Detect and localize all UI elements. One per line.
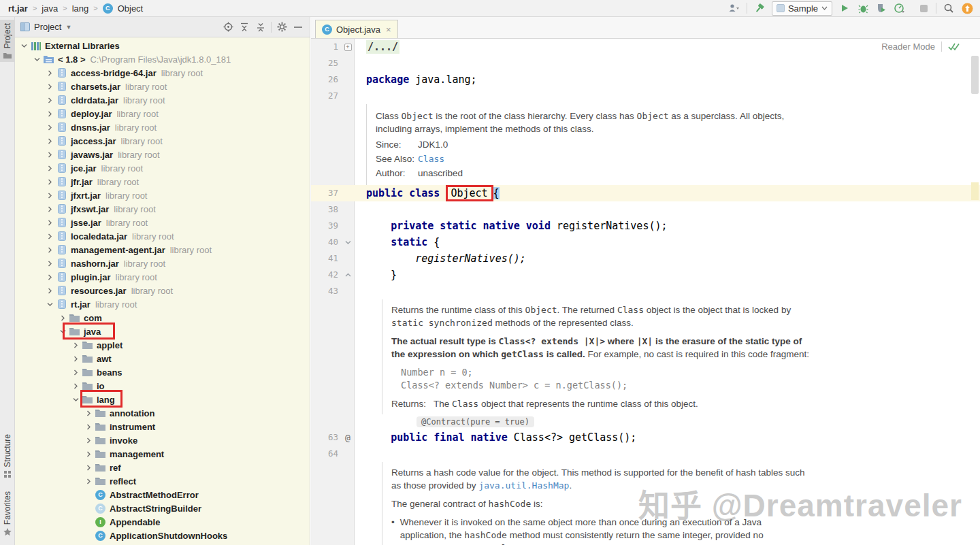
fold-expand-icon[interactable]: + (342, 39, 354, 55)
breadcrumb-item-java[interactable]: java (42, 3, 58, 14)
tree-toggle[interactable] (56, 314, 69, 322)
code-line-63[interactable]: 63@ public final native Class<?> getClas… (311, 429, 980, 446)
doc-link[interactable]: java.util.HashMap (478, 480, 569, 491)
chevron-down-icon[interactable] (59, 328, 67, 335)
tree-item-jce.jar[interactable]: jce.jarlibrary root (15, 161, 310, 175)
tree-item-cldrdata.jar[interactable]: cldrdata.jarlibrary root (15, 93, 310, 107)
search-everywhere-icon[interactable] (943, 2, 955, 14)
tree-item-applet[interactable]: applet (15, 338, 310, 352)
tree-item--1.8-[interactable]: < 1.8 >C:\Program Files\Java\jdk1.8.0_18… (15, 52, 310, 66)
tree-item-rt.jar[interactable]: rt.jarlibrary root (15, 297, 310, 311)
fold-close-icon[interactable] (342, 267, 354, 283)
tree-toggle[interactable] (82, 464, 95, 472)
chevron-right-icon[interactable] (85, 437, 93, 444)
tree-toggle[interactable] (44, 287, 56, 295)
tree-item-io[interactable]: io (15, 379, 310, 393)
project-panel-title[interactable]: Project (34, 22, 61, 32)
chevron-right-icon[interactable] (46, 137, 54, 145)
tree-item-javaws.jar[interactable]: javaws.jarlibrary root (15, 148, 310, 161)
tree-toggle[interactable] (44, 124, 56, 131)
settings-gear-icon[interactable] (276, 21, 288, 33)
tree-item-resources.jar[interactable]: resources.jarlibrary root (15, 284, 310, 297)
code-line-26[interactable]: 26package java.lang; (311, 71, 980, 88)
locate-file-icon[interactable] (222, 21, 234, 33)
chevron-right-icon[interactable] (46, 219, 54, 227)
code-line-41[interactable]: 41 registerNatives(); (311, 250, 980, 267)
chevron-right-icon[interactable] (46, 233, 54, 240)
tree-item-applicationshutdownhooks[interactable]: CApplicationShutdownHooks (15, 529, 310, 542)
chevron-right-icon[interactable] (46, 178, 54, 186)
chevron-right-icon[interactable] (46, 260, 54, 267)
chevron-right-icon[interactable] (46, 151, 54, 159)
chevron-down-icon[interactable]: ▼ (65, 24, 71, 31)
chevron-right-icon[interactable] (72, 369, 80, 376)
tree-toggle[interactable] (44, 205, 56, 213)
tree-toggle[interactable] (44, 69, 56, 77)
tree-toggle[interactable] (69, 342, 82, 349)
tree-item-charsets.jar[interactable]: charsets.jarlibrary root (15, 80, 310, 93)
tree-toggle[interactable] (44, 83, 56, 90)
chevron-right-icon[interactable] (72, 355, 80, 363)
tree-item-annotation[interactable]: annotation (15, 406, 310, 420)
tree-toggle[interactable] (44, 97, 56, 104)
tree-item-jaccess.jar[interactable]: jaccess.jarlibrary root (15, 134, 310, 148)
external-annotation-icon[interactable]: @ (342, 429, 354, 446)
code-line-1[interactable]: 1+/.../ (311, 39, 980, 55)
tree-item-management-agent.jar[interactable]: management-agent.jarlibrary root (15, 243, 310, 257)
tree-item-plugin.jar[interactable]: plugin.jarlibrary root (15, 270, 310, 284)
tree-toggle[interactable] (44, 260, 56, 267)
tree-item-jfxswt.jar[interactable]: jfxswt.jarlibrary root (15, 202, 310, 216)
tree-item-access-bridge-64.jar[interactable]: access-bridge-64.jarlibrary root (15, 66, 310, 80)
tree-item-abstractstringbuilder[interactable]: CAbstractStringBuilder (15, 501, 310, 515)
chevron-down-icon[interactable] (33, 56, 41, 63)
tree-toggle[interactable] (44, 137, 56, 145)
chevron-right-icon[interactable] (46, 124, 54, 131)
collapse-all-icon[interactable] (255, 21, 267, 33)
chevron-right-icon[interactable] (46, 287, 54, 295)
tree-item-instrument[interactable]: instrument (15, 420, 310, 433)
tool-window-structure-tab[interactable]: Structure (0, 431, 15, 482)
tree-item-beans[interactable]: beans (15, 365, 310, 379)
chevron-down-icon[interactable] (72, 396, 80, 403)
tree-item-management[interactable]: management (15, 447, 310, 461)
close-tab-icon[interactable]: × (386, 24, 391, 35)
chevron-right-icon[interactable] (46, 69, 54, 77)
code-line-27[interactable]: 27 (311, 88, 980, 104)
chevron-down-icon[interactable] (20, 42, 28, 50)
chevron-down-icon[interactable] (46, 301, 54, 308)
tree-item-abstractmethoderror[interactable]: CAbstractMethodError (15, 488, 310, 501)
chevron-right-icon[interactable] (72, 342, 80, 349)
tree-item-appendable[interactable]: IAppendable (15, 515, 310, 529)
code-line-39[interactable]: 39 private static native void registerNa… (311, 218, 980, 234)
chevron-right-icon[interactable] (85, 410, 93, 417)
tree-item-localedata.jar[interactable]: localedata.jarlibrary root (15, 229, 310, 243)
tree-item-reflect[interactable]: reflect (15, 474, 310, 488)
chevron-right-icon[interactable] (85, 478, 93, 485)
tool-window-project-tab[interactable]: Project (0, 20, 15, 62)
code-line-40[interactable]: 40 static { (311, 234, 980, 250)
breadcrumb[interactable]: rt.jar>java>lang>CObject (0, 3, 143, 14)
tree-toggle[interactable] (44, 274, 56, 281)
tree-toggle[interactable] (82, 450, 95, 458)
tree-item-jfr.jar[interactable]: jfr.jarlibrary root (15, 175, 310, 188)
hide-panel-icon[interactable] (292, 21, 304, 33)
tree-toggle[interactable] (44, 165, 56, 172)
tree-item-nashorn.jar[interactable]: nashorn.jarlibrary root (15, 257, 310, 270)
chevron-right-icon[interactable] (46, 192, 54, 199)
code-line-42[interactable]: 42 } (311, 267, 980, 283)
tree-toggle[interactable] (69, 369, 82, 376)
chevron-right-icon[interactable] (85, 423, 93, 431)
tree-toggle[interactable] (44, 246, 56, 254)
breadcrumb-item-rt-jar[interactable]: rt.jar (8, 3, 28, 14)
tree-toggle[interactable] (69, 355, 82, 363)
run-configuration-select[interactable]: Sample (772, 1, 832, 16)
tree-toggle[interactable] (44, 110, 56, 118)
tree-toggle[interactable] (82, 478, 95, 485)
tree-toggle[interactable] (69, 396, 82, 403)
user-menu-icon[interactable] (728, 2, 740, 14)
tree-item-deploy.jar[interactable]: deploy.jarlibrary root (15, 107, 310, 120)
chevron-right-icon[interactable] (46, 97, 54, 104)
editor-tab-object-java[interactable]: C Object.java × (315, 20, 398, 38)
debug-icon[interactable] (857, 2, 869, 14)
run-with-coverage-icon[interactable] (875, 2, 887, 14)
